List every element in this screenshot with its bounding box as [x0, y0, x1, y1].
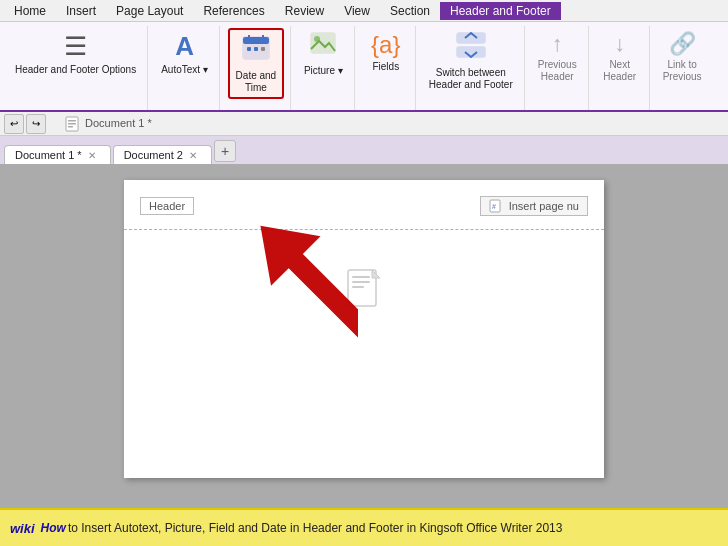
menu-page-layout[interactable]: Page Layout [106, 2, 193, 20]
ribbon-group-fields: {a} Fields [357, 26, 416, 110]
ribbon-group-link: 🔗 Link toPrevious [652, 26, 713, 110]
tab-document2[interactable]: Document 2 ✕ [113, 145, 212, 164]
ribbon: ☰ Header and Footer Options A AutoText ▾ [0, 22, 728, 112]
svg-rect-19 [352, 281, 370, 283]
ribbon-group-picture: Picture ▾ [293, 26, 355, 110]
document-area: Header # Insert page nu [0, 164, 728, 494]
tab-document1[interactable]: Document 1 * ✕ [4, 145, 111, 164]
link-label: Link toPrevious [663, 59, 702, 83]
ribbon-group-switch: Switch betweenHeader and Footer [418, 26, 525, 110]
svg-rect-20 [352, 286, 364, 288]
how-label: How [41, 521, 66, 535]
tab-add-button[interactable]: + [214, 140, 236, 162]
document-body [124, 230, 604, 350]
fields-label: Fields [372, 61, 399, 73]
menu-insert[interactable]: Insert [56, 2, 106, 20]
link-icon: 🔗 [669, 31, 696, 57]
doc-indicator: Document 1 * [58, 116, 158, 132]
svg-text:#: # [492, 203, 496, 210]
svg-rect-6 [261, 47, 265, 51]
svg-rect-7 [311, 33, 335, 53]
fields-icon: {a} [371, 31, 400, 59]
toolbar-bar: ↩ ↪ Document 1 * [0, 112, 728, 136]
doc-name-label: Document 1 * [85, 116, 152, 128]
caption-text: to Insert Autotext, Picture, Field and D… [68, 521, 562, 535]
svg-rect-18 [352, 276, 370, 278]
svg-rect-10 [457, 47, 485, 57]
menu-references[interactable]: References [193, 2, 274, 20]
tab-bar: Document 1 * ✕ Document 2 ✕ + [0, 136, 728, 164]
previous-icon: ↑ [552, 31, 563, 57]
ribbon-group-next: ↓ NextHeader [591, 26, 650, 110]
header-footer-options-icon: ☰ [64, 31, 87, 62]
svg-rect-14 [68, 126, 73, 128]
previous-label: PreviousHeader [538, 59, 577, 83]
menu-view[interactable]: View [334, 2, 380, 20]
picture-label: Picture ▾ [304, 65, 343, 77]
svg-rect-9 [457, 33, 485, 43]
ribbon-group-autotext: A AutoText ▾ [150, 26, 220, 110]
header-footer-options-label: Header and Footer Options [15, 64, 136, 76]
svg-rect-5 [254, 47, 258, 51]
picture-icon [309, 31, 337, 63]
autotext-label: AutoText ▾ [161, 64, 208, 76]
toolbar-undo[interactable]: ↩ [4, 114, 24, 134]
svg-rect-13 [68, 123, 76, 125]
previous-header-button[interactable]: ↑ PreviousHeader [533, 28, 582, 90]
calendar-icon [241, 33, 271, 68]
autotext-icon: A [175, 31, 194, 62]
wiki-logo: wiki [10, 521, 35, 536]
header-footer-options-button[interactable]: ☰ Header and Footer Options [10, 28, 141, 90]
next-icon: ↓ [614, 31, 625, 57]
next-header-button[interactable]: ↓ NextHeader [597, 28, 643, 90]
menu-header-footer[interactable]: Header and Footer [440, 2, 561, 20]
switch-icon [455, 31, 487, 65]
document-header-region: Header # Insert page nu [124, 180, 604, 230]
menu-home[interactable]: Home [4, 2, 56, 20]
svg-rect-1 [243, 37, 269, 44]
menu-bar: Home Insert Page Layout References Revie… [0, 0, 728, 22]
document-body-icon [344, 268, 384, 312]
tab-document2-close[interactable]: ✕ [189, 150, 197, 161]
date-time-label: Date andTime [236, 70, 277, 94]
document-page: Header # Insert page nu [124, 180, 604, 478]
menu-section[interactable]: Section [380, 2, 440, 20]
insert-page-label: Insert page nu [509, 200, 579, 212]
ribbon-group-options: ☰ Header and Footer Options [4, 26, 148, 110]
svg-rect-12 [68, 120, 76, 122]
date-time-button[interactable]: Date andTime [228, 28, 284, 99]
autotext-button[interactable]: A AutoText ▾ [156, 28, 213, 90]
header-label: Header [140, 197, 194, 215]
fields-button[interactable]: {a} Fields [363, 28, 409, 90]
caption-bar: wiki How to Insert Autotext, Picture, Fi… [0, 508, 728, 546]
picture-button[interactable]: Picture ▾ [299, 28, 348, 90]
insert-page-number-button[interactable]: # Insert page nu [480, 196, 588, 216]
tab-document2-label: Document 2 [124, 149, 183, 161]
tab-document1-label: Document 1 * [15, 149, 82, 161]
ribbon-group-previous: ↑ PreviousHeader [527, 26, 589, 110]
switch-label: Switch betweenHeader and Footer [429, 67, 513, 91]
svg-rect-4 [247, 47, 251, 51]
ribbon-group-datetime: Date andTime [222, 26, 291, 110]
menu-review[interactable]: Review [275, 2, 334, 20]
toolbar-redo[interactable]: ↪ [26, 114, 46, 134]
tab-document1-close[interactable]: ✕ [88, 150, 96, 161]
next-label: NextHeader [603, 59, 636, 83]
link-to-previous-button[interactable]: 🔗 Link toPrevious [658, 28, 707, 90]
switch-header-footer-button[interactable]: Switch betweenHeader and Footer [424, 28, 518, 94]
